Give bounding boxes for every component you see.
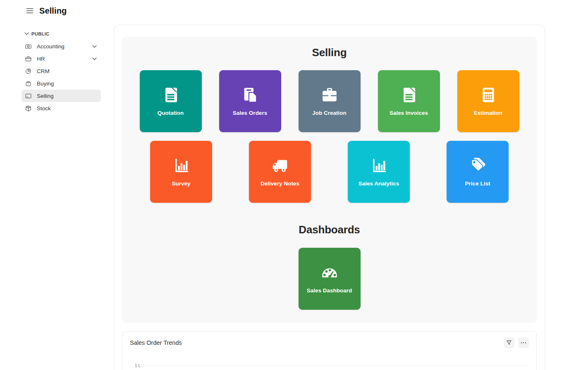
chevron-down-icon[interactable] [92, 45, 97, 48]
sidebar-section-label: PUBLIC [31, 31, 50, 36]
stock-icon [25, 105, 32, 112]
chart-axis-row: 1 L [130, 363, 529, 368]
gridline [144, 365, 529, 366]
briefcase-icon [320, 86, 339, 104]
shortcut-label: Delivery Notes [261, 180, 299, 187]
shortcuts-heading: Selling [122, 46, 537, 59]
shortcut-label: Job Creation [312, 109, 347, 117]
sidebar-item-stock[interactable]: Stock [22, 102, 101, 114]
y-axis-tick-label: 1 L [130, 363, 141, 368]
hr-icon [25, 55, 32, 62]
sales-order-trends-card: Sales Order Trends 1 L [122, 331, 537, 370]
bar-chart-icon [172, 157, 190, 175]
sidebar: PUBLIC Accounting HR CRM Buying [22, 30, 101, 114]
page-title: Selling [39, 6, 67, 16]
chart-title: Sales Order Trends [130, 339, 500, 346]
shortcut-tile-delivery-notes[interactable]: Delivery Notes [249, 141, 311, 203]
sidebar-item-label: Selling [37, 93, 97, 99]
sidebar-item-crm[interactable]: CRM [22, 65, 101, 77]
shortcut-tile-estimation[interactable]: Estimation [457, 70, 519, 132]
ellipsis-icon [521, 342, 526, 344]
sidebar-item-selling[interactable]: Selling [22, 90, 101, 102]
calculator-icon [479, 86, 497, 104]
sidebar-item-label: Stock [37, 105, 97, 111]
hamburger-icon [26, 7, 33, 14]
sidebar-item-label: HR [37, 56, 87, 62]
shortcut-label: Quotation [158, 109, 184, 117]
shortcut-label: Sales Analytics [359, 180, 399, 187]
sidebar-item-label: CRM [37, 68, 97, 74]
shortcut-label: Survey [172, 180, 190, 187]
crm-icon [25, 68, 32, 75]
shortcut-label: Estimation [474, 109, 502, 117]
shortcut-label: Price List [465, 180, 490, 187]
chevron-down-icon[interactable] [92, 57, 97, 60]
shortcut-tile-survey[interactable]: Survey [150, 141, 212, 203]
tags-icon [468, 157, 487, 175]
file-text-icon [162, 86, 180, 104]
shortcut-tile-price-list[interactable]: Price List [447, 141, 509, 203]
sidebar-item-label: Accounting [37, 43, 87, 50]
shortcut-tile-sales-orders[interactable]: Sales Orders [219, 70, 281, 132]
shortcuts-panel: Selling Quotation [122, 37, 537, 323]
sidebar-toggle-button[interactable] [25, 5, 35, 16]
dashboard-tile-sales-dashboard[interactable]: Sales Dashboard [299, 248, 361, 310]
workspace-card: Selling Quotation [114, 25, 545, 370]
shortcut-tile-job-creation[interactable]: Job Creation [299, 70, 361, 132]
filter-button[interactable] [504, 337, 514, 348]
selling-icon [25, 92, 32, 100]
shortcut-label: Sales Invoices [390, 109, 428, 117]
shortcut-row-1: Quotation Sales Orders [122, 70, 537, 132]
gauge-icon [320, 263, 339, 282]
sidebar-section-public[interactable]: PUBLIC [22, 30, 101, 37]
sidebar-item-accounting[interactable]: Accounting [22, 40, 101, 52]
chart-header: Sales Order Trends [130, 337, 529, 348]
filter-icon [506, 340, 512, 346]
sidebar-item-label: Buying [37, 81, 97, 87]
copy-files-icon [241, 86, 259, 104]
chevron-down-icon [24, 32, 29, 35]
sidebar-item-hr[interactable]: HR [22, 52, 101, 65]
shortcut-tile-sales-analytics[interactable]: Sales Analytics [348, 141, 410, 203]
buying-icon [25, 80, 32, 87]
accounting-icon [25, 43, 32, 50]
shortcut-tile-quotation[interactable]: Quotation [140, 70, 202, 132]
sidebar-item-buying[interactable]: Buying [22, 77, 101, 90]
dashboards-row: Sales Dashboard [122, 248, 537, 310]
shortcut-tile-sales-invoices[interactable]: Sales Invoices [378, 70, 440, 132]
shortcut-label: Sales Orders [233, 109, 267, 117]
file-text-icon [400, 86, 418, 104]
truck-icon [271, 157, 289, 175]
bar-chart-icon [370, 157, 388, 175]
shortcut-row-2: Survey Delivery Notes [122, 141, 537, 203]
app-header: Selling [25, 5, 67, 16]
more-options-button[interactable] [518, 337, 529, 348]
dashboards-heading: Dashboards [122, 223, 537, 236]
dashboard-label: Sales Dashboard [307, 287, 352, 294]
